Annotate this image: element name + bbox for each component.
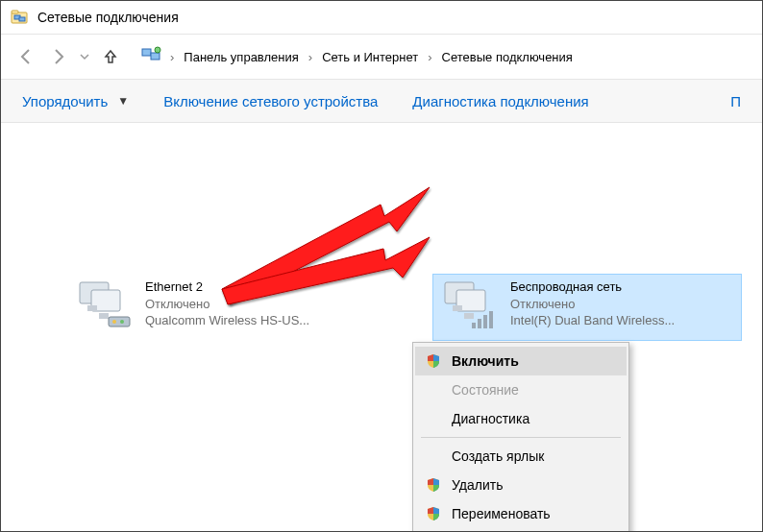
organize-menu[interactable]: Упорядочить ▼: [22, 93, 129, 109]
ctx-create-shortcut[interactable]: Создать ярлык: [415, 442, 627, 471]
chevron-right-icon[interactable]: ›: [308, 50, 312, 64]
svg-rect-4: [142, 49, 151, 56]
breadcrumb-root[interactable]: Панель управления: [182, 48, 300, 66]
diagnose-command[interactable]: Диагностика подключения: [412, 93, 588, 109]
window-title: Сетевые подключения: [37, 10, 179, 25]
ctx-label: Создать ярлык: [452, 448, 544, 464]
ctx-label: Удалить: [452, 477, 503, 493]
enable-device-command[interactable]: Включение сетевого устройства: [163, 93, 378, 109]
adapter-text: Ethernet 2 Отключено Qualcomm Wireless H…: [145, 278, 309, 336]
adapter-wireless[interactable]: Беспроводная сеть Отключено Intel(R) Dua…: [433, 275, 741, 340]
blank-icon: [425, 447, 442, 465]
svg-rect-21: [489, 311, 493, 328]
ethernet-adapter-icon: [74, 278, 135, 332]
context-menu: Включить Состояние Диагностика Создать я…: [412, 342, 629, 532]
ctx-label: Состояние: [452, 382, 519, 398]
svg-rect-3: [19, 17, 25, 21]
blank-icon: [425, 410, 442, 427]
ctx-delete[interactable]: Удалить: [415, 471, 627, 499]
adapter-status: Отключено: [510, 296, 675, 313]
svg-rect-20: [483, 315, 487, 328]
ctx-rename[interactable]: Переименовать: [415, 499, 627, 528]
svg-rect-18: [472, 323, 476, 328]
adapter-ethernet[interactable]: Ethernet 2 Отключено Qualcomm Wireless H…: [68, 275, 376, 340]
menu-label: Упорядочить: [22, 93, 108, 109]
adapters-pane: Ethernet 2 Отключено Qualcomm Wireless H…: [1, 123, 762, 157]
network-folder-icon: [11, 7, 30, 29]
chevron-right-icon[interactable]: ›: [170, 50, 174, 64]
separator: [421, 437, 621, 438]
command-bar: Упорядочить ▼ Включение сетевого устройс…: [1, 80, 762, 123]
overflow-command[interactable]: П: [730, 93, 741, 109]
chevron-down-icon: ▼: [117, 94, 129, 108]
back-button[interactable]: [12, 43, 39, 70]
svg-rect-9: [87, 305, 97, 311]
menu-label: Диагностика подключения: [412, 93, 588, 109]
shield-icon: [425, 505, 442, 522]
chevron-right-icon[interactable]: ›: [428, 50, 431, 64]
svg-point-13: [120, 320, 124, 324]
window: Сетевые подключения › Панель управления …: [0, 0, 763, 532]
adapter-status: Отключено: [145, 296, 309, 313]
ctx-label: Включить: [452, 353, 519, 369]
adapter-device: Qualcomm Wireless HS-US...: [145, 312, 309, 329]
adapter-device: Intel(R) Dual Band Wireless...: [510, 312, 675, 329]
control-panel-icon: [141, 45, 162, 69]
ctx-enable[interactable]: Включить: [415, 347, 627, 375]
svg-point-6: [155, 47, 160, 53]
svg-rect-5: [151, 53, 160, 60]
menu-label: П: [730, 93, 741, 109]
menu-label: Включение сетевого устройства: [163, 93, 378, 109]
breadcrumb-mid[interactable]: Сеть и Интернет: [320, 48, 420, 66]
svg-rect-11: [109, 317, 130, 326]
address-bar: › Панель управления › Сеть и Интернет › …: [1, 35, 762, 80]
svg-rect-1: [12, 11, 18, 13]
svg-rect-10: [99, 313, 109, 319]
blank-icon: [425, 381, 442, 399]
ctx-diagnose[interactable]: Диагностика: [415, 404, 627, 433]
adapter-name: Ethernet 2: [145, 278, 309, 296]
adapter-name: Беспроводная сеть: [510, 278, 675, 296]
svg-rect-19: [478, 319, 481, 328]
titlebar: Сетевые подключения: [1, 1, 762, 35]
ctx-state: Состояние: [415, 375, 627, 404]
svg-rect-16: [453, 305, 462, 311]
svg-rect-17: [464, 313, 474, 319]
adapter-text: Беспроводная сеть Отключено Intel(R) Dua…: [510, 278, 675, 336]
svg-point-12: [112, 320, 116, 324]
shield-icon: [425, 476, 442, 494]
forward-button[interactable]: [45, 43, 72, 70]
recent-dropdown[interactable]: [78, 43, 91, 70]
shield-icon: [425, 352, 442, 370]
ctx-label: Переименовать: [452, 506, 551, 521]
wireless-adapter-icon: [439, 278, 501, 332]
breadcrumb-leaf[interactable]: Сетевые подключения: [440, 48, 575, 66]
ctx-label: Диагностика: [452, 411, 529, 426]
up-button[interactable]: [97, 43, 124, 70]
